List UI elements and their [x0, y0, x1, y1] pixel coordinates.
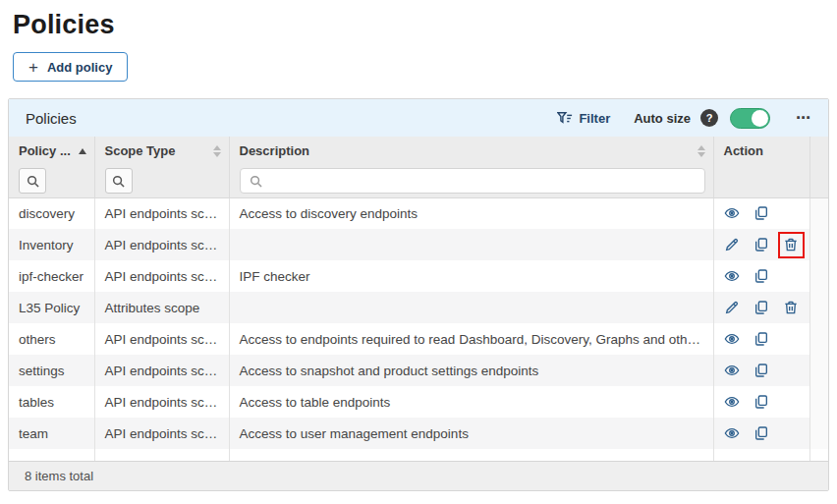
column-header-action: Action: [713, 137, 809, 165]
column-label: Action: [724, 143, 763, 158]
copy-button[interactable]: [753, 237, 770, 253]
action-buttons: [724, 300, 800, 316]
view-button[interactable]: [724, 205, 741, 222]
page-title: Policies: [13, 10, 837, 40]
row-filler: [809, 386, 828, 418]
help-icon[interactable]: ?: [700, 109, 718, 127]
policy-cell: settings: [9, 355, 94, 386]
row-filler: [809, 229, 828, 260]
copy-icon: [753, 331, 769, 347]
table-row: settingsAPI endpoints scopeAccess to sna…: [9, 355, 828, 386]
search-icon: [112, 175, 125, 188]
copy-icon: [753, 205, 769, 221]
view-icon: [724, 394, 740, 410]
view-button[interactable]: [724, 363, 741, 379]
edit-button[interactable]: [724, 237, 741, 253]
policy-cell: others: [9, 323, 94, 355]
scope-type-cell: API endpoints scope: [94, 355, 229, 386]
copy-icon: [753, 300, 769, 315]
scope-search-button[interactable]: [105, 168, 133, 194]
add-policy-label: Add policy: [47, 60, 112, 75]
scope-type-cell: API endpoints scope: [94, 418, 229, 449]
copy-icon: [753, 425, 769, 441]
table-row: teamAPI endpoints scopeAccess to user ma…: [9, 418, 828, 449]
delete-button[interactable]: [783, 237, 800, 253]
table-row: L35 PolicyAttributes scope: [9, 292, 828, 323]
policy-cell: team: [9, 418, 94, 449]
copy-button[interactable]: [753, 268, 770, 285]
delete-button[interactable]: [783, 300, 800, 316]
scope-type-cell: API endpoints scope: [94, 229, 229, 260]
policy-cell: tables: [9, 386, 94, 418]
edit-icon: [724, 300, 740, 315]
view-icon: [724, 268, 740, 284]
view-icon: [724, 363, 740, 378]
copy-button[interactable]: [753, 300, 770, 316]
table-row: InventoryAPI endpoints scope: [9, 229, 828, 260]
column-header-policy[interactable]: Policy ...: [9, 137, 94, 165]
view-button[interactable]: [724, 331, 741, 348]
description-cell: Access to table endpoints: [229, 386, 713, 418]
column-header-scope-type[interactable]: Scope Type: [94, 137, 229, 165]
view-icon: [724, 205, 740, 221]
view-icon: [724, 425, 740, 441]
action-cell: [713, 229, 809, 260]
table-footer: 8 items total: [9, 461, 828, 490]
row-filler: [809, 292, 828, 323]
copy-button[interactable]: [753, 331, 770, 348]
action-buttons: [724, 331, 800, 348]
filter-button[interactable]: Filter: [557, 111, 610, 126]
sorter-icon[interactable]: [213, 145, 221, 157]
filter-icon: [557, 111, 573, 126]
sort-asc-icon[interactable]: [79, 148, 86, 154]
items-total-label: 8 items total: [25, 469, 93, 483]
action-cell: [713, 197, 809, 229]
description-search-input[interactable]: [269, 174, 696, 189]
description-cell: [229, 292, 713, 323]
table-row: discoveryAPI endpoints scopeAccess to di…: [9, 197, 828, 229]
highlight-box: [778, 232, 805, 258]
scope-type-cell: API endpoints scope: [94, 386, 229, 418]
view-button[interactable]: [724, 268, 741, 285]
policy-search-button[interactable]: [19, 168, 46, 194]
copy-button[interactable]: [753, 205, 770, 222]
description-search-box: [240, 168, 705, 194]
action-search-cell: [713, 165, 809, 197]
edit-icon: [724, 237, 740, 252]
add-policy-button[interactable]: + Add policy: [13, 52, 128, 82]
copy-button[interactable]: [753, 363, 770, 379]
column-label: Policy ...: [19, 143, 71, 158]
more-menu-icon[interactable]: ⋯: [796, 109, 811, 127]
table-row: ipf-checkerAPI endpoints scopeIPF checke…: [9, 260, 828, 292]
search-row: [9, 165, 828, 197]
delete-icon: [783, 237, 799, 252]
policies-panel: Policies Filter Auto size ? ⋯: [8, 98, 829, 491]
view-icon: [724, 331, 740, 347]
copy-button[interactable]: [753, 425, 770, 442]
panel-header: Policies Filter Auto size ? ⋯: [9, 99, 828, 137]
action-buttons: [724, 425, 800, 442]
spacer-cell: [229, 449, 713, 461]
copy-button[interactable]: [753, 394, 770, 411]
view-button[interactable]: [724, 425, 741, 442]
action-buttons: [724, 268, 800, 285]
autosize-toggle[interactable]: [730, 108, 770, 129]
description-cell: Access to user management endpoints: [229, 418, 713, 449]
panel-title: Policies: [26, 110, 77, 127]
edit-button[interactable]: [724, 300, 741, 316]
header-filler: [809, 137, 828, 165]
action-buttons: [724, 363, 800, 379]
policies-page: Policies + Add policy Policies Filter Au…: [0, 0, 837, 491]
header-row: Policy ... Scope Type Description Action: [9, 137, 828, 165]
policy-search-cell: [9, 165, 94, 197]
view-button[interactable]: [724, 394, 741, 411]
action-cell: [713, 355, 809, 386]
column-label: Scope Type: [105, 143, 176, 158]
toggle-knob: [752, 110, 768, 127]
sorter-icon[interactable]: [698, 145, 705, 157]
scope-type-cell: API endpoints scope: [94, 260, 229, 292]
description-cell: Access to snapshot and product settings …: [229, 355, 713, 386]
scope-search-cell: [94, 165, 229, 197]
spacer-cell: [9, 449, 94, 461]
column-header-description[interactable]: Description: [229, 137, 713, 165]
